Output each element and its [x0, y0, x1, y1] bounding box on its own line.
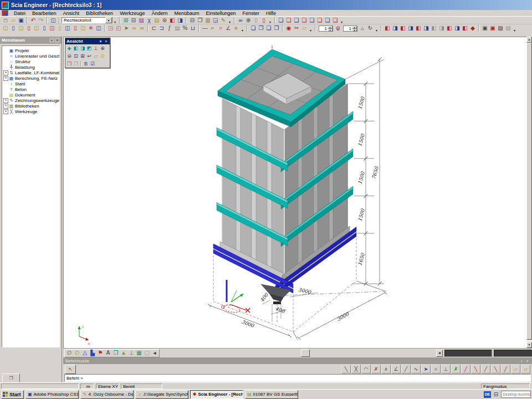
tree-berechnung[interactable]: + ▦ Berechnung, FE-Netz	[3, 75, 59, 81]
view-window-5-icon[interactable]: ❏	[308, 17, 316, 24]
toolbar-overflow-icon[interactable]: ▾	[240, 25, 245, 32]
snap-off-icon[interactable]: ✗	[371, 365, 381, 374]
cut-icon[interactable]: ✂	[293, 25, 300, 32]
menu-bibliotheken[interactable]: Bibliotheken	[83, 10, 116, 17]
task-photoshop[interactable]: ▣ Adobe Photoshop CS3 E...	[25, 390, 79, 399]
member-8-icon[interactable]: ▯	[56, 25, 64, 32]
text-abc-icon[interactable]: A	[104, 350, 112, 357]
vertical-scroll-thumb[interactable]	[526, 43, 532, 340]
beam-11-icon[interactable]: ◧	[461, 25, 469, 32]
expand-icon[interactable]	[3, 81, 8, 86]
view-window-3-icon[interactable]: ❏	[293, 17, 300, 24]
close-icon[interactable]: ×	[104, 39, 109, 44]
tree-struktur[interactable]: ⌂ Struktur	[3, 59, 59, 64]
docked-pane-2[interactable]	[494, 350, 532, 357]
new-icon[interactable]: □	[2, 17, 9, 24]
snap-line-4-icon[interactable]: ╲	[491, 365, 500, 374]
copy-1-icon[interactable]: ❏	[249, 25, 257, 32]
expand-icon[interactable]	[3, 54, 8, 59]
beam-8-icon[interactable]: ◨	[438, 25, 446, 32]
copy-2-icon[interactable]: ❐	[257, 25, 265, 32]
member-2-icon[interactable]: ▯	[9, 25, 17, 32]
chevron-down-icon[interactable]: ▾	[98, 39, 103, 44]
view-window-7-icon[interactable]: ❏	[324, 17, 331, 24]
open-folder-icon[interactable]: ▱	[300, 25, 308, 32]
draw-raster-icon[interactable]: ⌗	[232, 25, 240, 32]
open-icon[interactable]: ▱	[9, 17, 17, 24]
measure-icon[interactable]: △	[81, 350, 89, 357]
vertical-scrollbar[interactable]: ▲ ▼	[526, 37, 532, 348]
ansicht-palette-titlebar[interactable]: Ansicht ▾ ×	[65, 38, 110, 44]
member-6-icon[interactable]: ▯	[40, 25, 48, 32]
support-icon[interactable]: ⊔	[189, 25, 197, 32]
beam-9-icon[interactable]: ◧	[446, 25, 453, 32]
menu-datei[interactable]: Datei	[11, 10, 29, 17]
member-3-icon[interactable]: ◫	[17, 25, 25, 32]
find-icon[interactable]: ⊕	[244, 17, 252, 24]
member-9-icon[interactable]: ◫	[64, 25, 71, 32]
snap-folder-1-icon[interactable]: ▱	[511, 365, 520, 374]
member-10-icon[interactable]: ▯	[71, 25, 79, 32]
snap-line-3-icon[interactable]: ╱	[481, 365, 490, 374]
snap-intersect-icon[interactable]: ╳	[351, 365, 361, 374]
filter-1-icon[interactable]: ▨	[497, 25, 504, 32]
status-plane[interactable]: Ebene XY	[96, 383, 119, 389]
axis-3d-icon[interactable]: ⊥	[93, 45, 99, 52]
terrain-icon[interactable]: ▲	[120, 350, 127, 357]
close-icon[interactable]: ×	[55, 38, 60, 43]
view-window-2-icon[interactable]: ❏	[285, 17, 293, 24]
frame-icon[interactable]: ◳	[107, 25, 115, 32]
activity-spinner[interactable]: 1 ▲▼	[319, 25, 333, 32]
zoom-in-icon[interactable]: ⊕	[99, 45, 106, 52]
member-11-icon[interactable]: ◫	[79, 25, 87, 32]
status-snap-mode[interactable]: Fangmodus	[481, 383, 530, 389]
snap-point-icon[interactable]: ✗	[451, 365, 461, 374]
tree-werkzeuge[interactable]: + ╳ Werkzeuge	[3, 109, 59, 114]
copy-3-icon[interactable]: ❏	[265, 25, 273, 32]
docked-pane-1[interactable]	[444, 350, 492, 357]
beam-1-icon[interactable]: ◧	[383, 25, 391, 32]
beam-5-icon[interactable]: ◧	[415, 25, 422, 32]
start-button[interactable]: Start	[1, 390, 24, 399]
expand-icon[interactable]	[3, 59, 8, 64]
beam-4-icon[interactable]: ◨	[407, 25, 415, 32]
snap-mid-icon[interactable]: ∧	[381, 365, 391, 374]
tree-projekt[interactable]: ▣ Projekt	[3, 48, 59, 53]
layers-icon[interactable]: ▱	[93, 53, 99, 59]
menu-einstellungen[interactable]: Einstellungen	[203, 10, 239, 17]
person-icon[interactable]: ◰	[115, 25, 122, 32]
menu-aendern[interactable]: Ändern	[148, 10, 171, 17]
stamp-icon[interactable]: ❐	[73, 60, 79, 67]
project-data-icon[interactable]: ⊞	[122, 17, 130, 24]
language-indicator[interactable]: DE	[484, 391, 491, 398]
beam-7-icon[interactable]: ◧	[430, 25, 438, 32]
export-icon[interactable]: ◲	[212, 17, 219, 24]
tree-bibliotheken[interactable]: + ▥ Bibliotheken	[3, 103, 59, 109]
beam-3-icon[interactable]: ◧	[399, 25, 407, 32]
filter-2-icon[interactable]: ▨	[504, 25, 512, 32]
member-13-icon[interactable]: ◫	[95, 25, 103, 32]
snap-endpoint-icon[interactable]: ╲	[341, 365, 351, 374]
window-blue-icon[interactable]: ◨	[176, 17, 184, 24]
menu-werkzeuge[interactable]: Werkzeuge	[116, 10, 148, 17]
render-icon[interactable]: ❒	[112, 350, 120, 357]
scroll-down-icon[interactable]: ▼	[526, 342, 532, 348]
task-ozzy[interactable]: ✎ 4. Ozzy Osbourne - Dee ...	[80, 390, 134, 399]
beam-2-icon[interactable]: ◨	[391, 25, 399, 32]
view-window-4-icon[interactable]: ❏	[300, 17, 308, 24]
tree-lastfaelle[interactable]: + ⇅ Lastfälle, LF-Kombinationen	[3, 70, 59, 75]
printer-icon[interactable]: ⊟	[188, 17, 196, 24]
zoom-out-icon[interactable]: ⊖	[66, 53, 73, 59]
arrow-icon[interactable]: ➤	[122, 25, 130, 32]
tree-beton[interactable]: T Beton	[3, 86, 59, 92]
printer-tray-icon[interactable]: ⊟	[492, 391, 500, 397]
menu-menuebaum[interactable]: Menübaum	[171, 10, 203, 17]
member-7-icon[interactable]: ◫	[48, 25, 56, 32]
percent-icon[interactable]: %	[181, 25, 189, 32]
function-icon[interactable]: ƒ	[166, 25, 173, 32]
window-red-icon[interactable]: ◧	[168, 17, 176, 24]
oo-1-icon[interactable]: ∞	[130, 25, 138, 32]
tree-stahl[interactable]: I Stahl	[3, 81, 59, 86]
expand-icon[interactable]: +	[3, 104, 8, 109]
layer-spinner[interactable]: 1 ▲▼	[343, 25, 357, 32]
